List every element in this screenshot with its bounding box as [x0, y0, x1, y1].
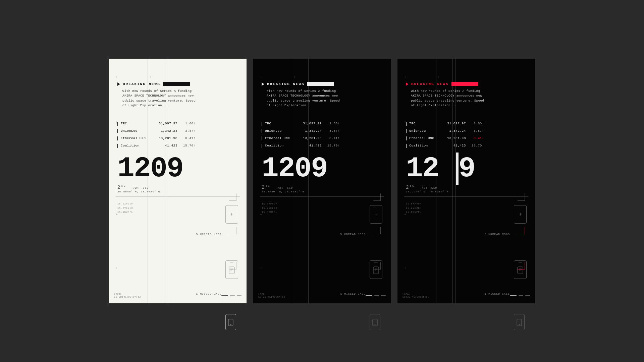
svg-point-11: [375, 324, 376, 325]
market-indicator: [406, 136, 407, 140]
market-value: 13,201.98: [152, 136, 177, 140]
triangle-icon: [117, 82, 120, 86]
small-text-lines-2: 15-EXPVUP 15-2VE2EH 15-NBWPPL: [262, 202, 384, 215]
market-name: UnionLeu: [409, 129, 439, 133]
market-change: 1.60↑: [323, 122, 340, 125]
market-section-3: TFC 31,097.97 1.60↑ UnionLeu 1,342.24 3.…: [406, 122, 528, 151]
market-name: TFC: [409, 122, 439, 125]
dot-inactive-3b: [525, 295, 530, 296]
bottom-section-3: 15-EXPVUP 15-2VE2EH 15-NBWPPL +: [404, 202, 528, 298]
plus-button-3[interactable]: +: [519, 212, 522, 218]
time-display-2: 1209: [262, 155, 384, 183]
market-indicator: [406, 122, 407, 126]
small-line: 15-NBWPPL: [117, 210, 240, 215]
bottom-dots-2: [366, 295, 386, 296]
panels-container: + + + + + BREAKING NEWS With new rounds …: [0, 0, 644, 362]
coords1-2: -724 -519: [275, 186, 293, 189]
market-name: Ethereal UNC: [409, 136, 439, 140]
news-bar-3: [451, 82, 478, 86]
market-value: 41,423: [297, 144, 322, 147]
small-text-lines-1: 15-EXPVUP 15-2VE2EH 15-NBWPPL: [117, 202, 240, 215]
bottom-bar-2: LOCAL 58:3D:45:98:0f:e2: [253, 293, 391, 298]
small-line: 15-NBWPPL: [406, 210, 528, 215]
corner-bracket-top-3: [518, 193, 525, 201]
small-line: 15-2VE2EH: [262, 206, 384, 210]
market-name: UnionLeu: [121, 129, 151, 133]
local-info-1: LOCAL 58:3D:45:98:0f:e2: [114, 293, 141, 298]
market-name: TFC: [265, 122, 295, 125]
unread-msgs-label-3: 5 UNREAD MSGS: [485, 233, 510, 236]
phone-icon: [228, 318, 233, 326]
market-row: Coalition 41,423 15.70↑: [406, 144, 528, 148]
market-row: Coalition 41,423 15.70↑: [262, 144, 384, 148]
breaking-label: BREAKING NEWS: [123, 82, 160, 86]
panel-2: + + + + + BREAKING NEWS With new rounds …: [253, 59, 391, 303]
corner-bracket-top: [229, 193, 236, 201]
panel-3: + + + + + BREAKING NEWS With new rounds …: [397, 59, 535, 303]
market-value: 13,201.98: [297, 136, 322, 140]
market-indicator: [406, 144, 407, 148]
market-name: Ethereal UNC: [121, 136, 151, 140]
market-change: 3.87↑: [323, 129, 340, 133]
market-change: 15.70↑: [467, 144, 484, 147]
coords1: -724 -519: [131, 186, 149, 189]
time-part-2: 9: [459, 153, 475, 185]
market-row: UnionLeu 1,342.24 3.87↑: [262, 129, 384, 133]
panel-1-inner: BREAKING NEWS With new rounds of Series …: [109, 59, 247, 303]
local-info-3: LOCAL 58:3D:45:98:0f:e2: [402, 293, 429, 298]
phone-icon-2: [372, 318, 378, 326]
market-name: Coalition: [409, 144, 439, 147]
market-indicator: [117, 129, 118, 133]
plus-button-2[interactable]: +: [374, 212, 378, 218]
local-info-2: LOCAL 58:3D:45:98:0f:e2: [258, 293, 285, 298]
corner-bracket-lower-red: [518, 262, 525, 269]
triangle-icon-3: [406, 82, 409, 86]
breaking-news-text: With new rounds of Series A funding AKIR…: [122, 89, 196, 108]
panel-1: + + + + + BREAKING NEWS With new rounds …: [109, 59, 247, 303]
corner-bracket-top-2: [373, 193, 381, 201]
market-section-1: TFC 31,097.97 1.60↑ UnionLeu 1,342.24 3.…: [117, 122, 240, 151]
svg-point-5: [230, 324, 231, 325]
panel-2-inner: BREAKING NEWS With new rounds of Series …: [253, 59, 391, 303]
market-indicator: [262, 144, 262, 148]
corner-bracket-lower-2: [373, 262, 381, 269]
corner-bracket-mid: [229, 227, 236, 234]
phone-icon-3: [517, 318, 522, 326]
market-row: TFC 31,097.97 1.60↑: [262, 122, 384, 126]
coords2: 35.8840° N, 78.8086° W: [117, 190, 160, 193]
unread-msgs-label-2: 5 UNREAD MSGS: [340, 233, 366, 236]
bottom-bar-3: LOCAL 58:3D:45:98:0f:e2: [397, 293, 535, 298]
coords1-3: -724 -519: [420, 186, 437, 189]
temperature: 2°C: [117, 185, 126, 190]
market-indicator: [262, 122, 262, 126]
market-change: 0.41↑: [179, 136, 196, 140]
local-label-3: LOCAL: [402, 293, 429, 296]
local-label-2: LOCAL: [258, 293, 285, 296]
market-indicator: [117, 144, 118, 148]
temperature-2: 2°C: [262, 185, 270, 190]
device-icons-1: +: [225, 205, 238, 330]
plus-button[interactable]: +: [230, 212, 233, 218]
device-frame-1: +: [225, 205, 238, 224]
dot-active: [221, 295, 228, 296]
market-value: 31,097.97: [297, 122, 322, 125]
corner-bracket-mid-2: [373, 227, 381, 234]
dot-inactive: [237, 295, 241, 296]
small-line: 15-2VE2EH: [406, 206, 528, 210]
breaking-label-3: BREAKING NEWS: [411, 82, 449, 86]
local-mac: 58:3D:45:98:0f:e2: [114, 296, 141, 298]
market-change: 1.60↑: [467, 122, 484, 125]
bottom-dots-1: [221, 295, 241, 296]
market-indicator: [117, 136, 118, 140]
dot-inactive-3: [519, 295, 523, 296]
market-value: 41,423: [152, 144, 177, 147]
market-row: Ethereal UNC 13,201.98 0.41↑: [262, 136, 384, 140]
device-frame-7: +: [514, 205, 527, 224]
local-label: LOCAL: [114, 293, 141, 296]
coords2-3: 35.9940° N, 78.8986° W: [406, 190, 449, 193]
market-indicator: [262, 129, 262, 133]
breaking-news-text-2: With new rounds of Series A funding AKIR…: [267, 89, 340, 108]
device-frame-4: +: [370, 205, 382, 224]
market-indicator: [117, 122, 118, 126]
market-indicator: [406, 129, 407, 133]
